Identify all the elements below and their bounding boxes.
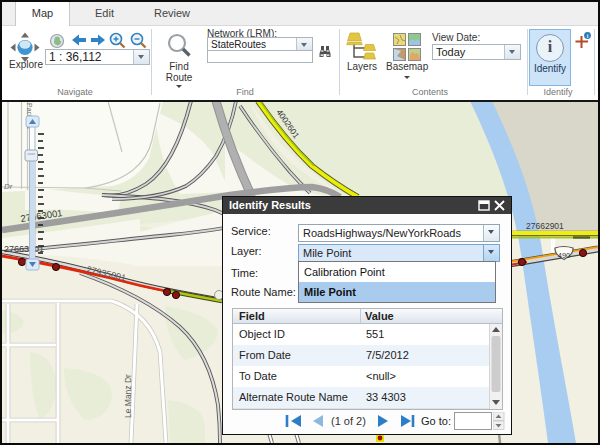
svg-text:27662901: 27662901	[526, 221, 564, 231]
svg-text:Dr: Dr	[4, 182, 13, 191]
svg-text:490: 490	[558, 251, 571, 260]
svg-text:Le Manz Dr: Le Manz Dr	[123, 374, 133, 418]
